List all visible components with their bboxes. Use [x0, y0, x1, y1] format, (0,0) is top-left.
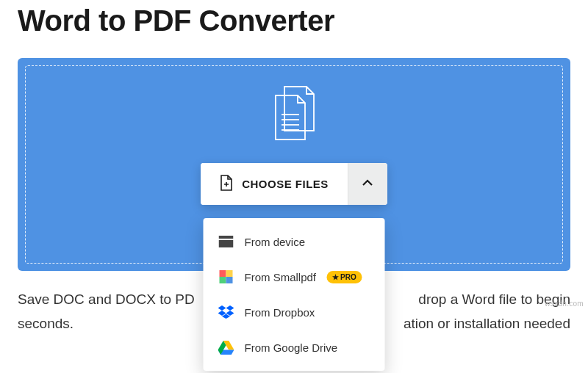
menu-from-smallpdf[interactable]: From Smallpdf ★PRO: [204, 259, 385, 294]
desc-fragment: ation or installation needed: [404, 311, 570, 336]
source-dropdown: From device From Smallpdf ★PRO: [204, 218, 385, 371]
chevron-up-button[interactable]: [348, 163, 387, 205]
svg-marker-9: [226, 305, 234, 311]
menu-from-device[interactable]: From device: [204, 224, 385, 259]
menu-from-dropbox[interactable]: From Dropbox: [204, 294, 385, 330]
menu-label: From Google Drive: [245, 341, 338, 354]
choose-files-label: CHOOSE FILES: [242, 178, 329, 190]
menu-from-google-drive[interactable]: From Google Drive: [204, 330, 385, 365]
menu-label: From Dropbox: [245, 306, 315, 319]
desc-fragment: Save DOC and DOCX to PD: [18, 287, 195, 311]
smallpdf-icon: [218, 269, 234, 285]
google-drive-icon: [218, 339, 234, 355]
documents-icon: [268, 85, 320, 148]
star-icon: ★: [332, 273, 339, 281]
pro-badge: ★PRO: [326, 271, 362, 283]
menu-label: From Smallpdf: [245, 271, 317, 283]
choose-files-button[interactable]: CHOOSE FILES: [201, 163, 348, 205]
dropzone[interactable]: CHOOSE FILES From device: [18, 58, 570, 271]
svg-rect-6: [219, 236, 234, 239]
page-title: Word to PDF Converter: [18, 4, 570, 37]
menu-label: From device: [245, 236, 306, 248]
add-file-icon: [220, 175, 233, 193]
desc-fragment: seconds.: [18, 311, 74, 336]
watermark: wsxdn.com: [545, 300, 584, 308]
svg-marker-8: [218, 305, 226, 311]
file-chooser: CHOOSE FILES: [201, 163, 387, 205]
device-icon: [218, 233, 234, 250]
pro-badge-text: PRO: [340, 273, 356, 281]
svg-rect-7: [219, 240, 234, 247]
chevron-up-icon: [361, 176, 374, 192]
dropbox-icon: [218, 304, 234, 320]
